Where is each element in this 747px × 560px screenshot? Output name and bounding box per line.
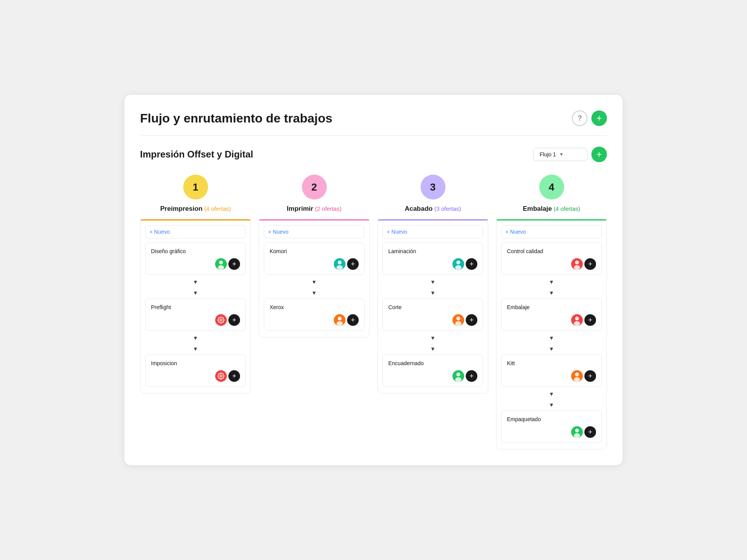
svg-point-13 bbox=[455, 265, 461, 270]
columns-container: 1Preimpresion (4 ofertas)+ NuevoDiseño g… bbox=[140, 175, 607, 450]
avatar bbox=[571, 258, 583, 270]
step-badge-4: 4 bbox=[539, 175, 564, 200]
workflow-card[interactable]: Xerox + bbox=[264, 298, 365, 331]
step-badge-1: 1 bbox=[183, 175, 208, 200]
column-title-row-1: Preimpresion (4 ofertas) bbox=[140, 205, 251, 213]
add-flow-button[interactable]: + bbox=[591, 110, 607, 126]
svg-point-22 bbox=[574, 265, 580, 270]
workflow-card[interactable]: Corte + bbox=[382, 298, 483, 331]
avatar bbox=[452, 370, 464, 382]
svg-point-1 bbox=[219, 261, 223, 264]
workflow-card[interactable]: Preflight + bbox=[145, 298, 246, 331]
column-offers-2: (2 ofertas) bbox=[315, 205, 342, 212]
card-list-3: + NuevoLaminación +▼▼Corte +▼▼Encuaderna… bbox=[377, 219, 488, 394]
gear-icon bbox=[215, 370, 227, 382]
card-avatars: + bbox=[388, 258, 477, 270]
card-avatars: + bbox=[151, 258, 240, 270]
flow-dropdown[interactable]: Flujo 1 ▼ bbox=[533, 148, 587, 161]
arrow-down-1-1: ▼ bbox=[145, 287, 246, 298]
flow-dropdown-label: Flujo 1 bbox=[540, 151, 556, 158]
card-avatars: + bbox=[507, 426, 596, 438]
svg-point-21 bbox=[575, 261, 579, 264]
arrow-down-1-1-after: ▼ bbox=[145, 332, 246, 343]
help-button[interactable]: ? bbox=[572, 110, 587, 126]
add-assignee-button[interactable]: + bbox=[347, 314, 359, 326]
avatar bbox=[334, 314, 345, 326]
card-avatars: + bbox=[270, 314, 359, 326]
column-col4: 4Embalaje (4 ofertas)+ NuevoControl cali… bbox=[496, 175, 607, 450]
workflow-card[interactable]: Empaquetado + bbox=[501, 410, 602, 443]
card-list-2: + NuevoKomori +▼▼Xerox + bbox=[259, 219, 370, 338]
workflow-card[interactable]: Kitt + bbox=[501, 354, 602, 387]
svg-point-30 bbox=[575, 429, 579, 432]
new-button-col-1[interactable]: + Nuevo bbox=[145, 225, 246, 238]
arrow-down-1-0-after: ▼ bbox=[145, 276, 246, 287]
avatar bbox=[215, 258, 227, 270]
svg-point-15 bbox=[456, 317, 460, 320]
svg-point-9 bbox=[338, 317, 342, 320]
svg-point-3 bbox=[220, 319, 222, 321]
svg-point-19 bbox=[455, 377, 461, 382]
add-assignee-button[interactable]: + bbox=[228, 370, 240, 382]
add-assignee-button[interactable]: + bbox=[584, 426, 596, 438]
card-name: Control calidad bbox=[507, 248, 596, 254]
svg-point-7 bbox=[337, 265, 343, 270]
add-assignee-button[interactable]: + bbox=[584, 370, 596, 382]
card-list-4: + NuevoControl calidad +▼▼Embalaje +▼▼Ki… bbox=[496, 219, 607, 450]
card-avatars: + bbox=[388, 314, 477, 326]
avatar bbox=[452, 258, 464, 270]
workflow-card[interactable]: Komori + bbox=[264, 242, 365, 275]
arrow-down-2-0-after: ▼ bbox=[264, 276, 365, 287]
svg-point-4 bbox=[220, 375, 222, 377]
svg-point-2 bbox=[218, 265, 224, 270]
add-assignee-button[interactable]: + bbox=[228, 258, 240, 270]
workflow-card[interactable]: Encuadernado + bbox=[382, 354, 483, 387]
arrow-down-4-1: ▼ bbox=[501, 287, 602, 298]
column-offers-3: (3 ofertas) bbox=[434, 205, 461, 212]
card-avatars: + bbox=[507, 370, 596, 382]
arrow-down-2-1: ▼ bbox=[264, 287, 365, 298]
arrow-down-3-1: ▼ bbox=[382, 287, 483, 298]
add-assignee-button[interactable]: + bbox=[466, 314, 477, 326]
svg-point-24 bbox=[575, 317, 579, 320]
arrow-down-4-0-after: ▼ bbox=[501, 276, 602, 287]
chevron-down-icon: ▼ bbox=[559, 152, 564, 157]
add-assignee-button[interactable]: + bbox=[584, 314, 596, 326]
new-button-col-4[interactable]: + Nuevo bbox=[501, 225, 602, 238]
add-assignee-button[interactable]: + bbox=[584, 258, 596, 270]
card-list-1: + NuevoDiseño gráfico +▼▼Preflight +▼▼Im… bbox=[140, 219, 251, 394]
new-button-col-2[interactable]: + Nuevo bbox=[264, 225, 365, 238]
card-name: Imposicion bbox=[151, 360, 240, 366]
card-name: Diseño gráfico bbox=[151, 248, 240, 254]
add-assignee-button[interactable]: + bbox=[466, 370, 477, 382]
card-name: Embalaje bbox=[507, 304, 596, 310]
card-name: Laminación bbox=[388, 248, 477, 254]
arrow-down-4-2: ▼ bbox=[501, 343, 602, 354]
column-bar-4 bbox=[496, 219, 607, 220]
arrow-down-3-2: ▼ bbox=[382, 343, 483, 354]
new-button-col-3[interactable]: + Nuevo bbox=[382, 225, 483, 238]
workflow-card[interactable]: Laminación + bbox=[382, 242, 483, 275]
add-assignee-button[interactable]: + bbox=[228, 314, 240, 326]
add-assignee-button[interactable]: + bbox=[347, 258, 359, 270]
section-header: Impresión Offset y Digital Flujo 1 ▼ + bbox=[140, 147, 607, 162]
workflow-card[interactable]: Imposicion + bbox=[145, 354, 246, 387]
card-name: Empaquetado bbox=[507, 416, 596, 422]
header-divider bbox=[140, 135, 607, 136]
card-name: Corte bbox=[388, 304, 477, 310]
workflow-card[interactable]: Control calidad + bbox=[501, 242, 602, 275]
column-bar-1 bbox=[140, 219, 251, 220]
workflow-card[interactable]: Diseño gráfico + bbox=[145, 242, 246, 275]
arrow-down-4-1-after: ▼ bbox=[501, 332, 602, 343]
card-name: Komori bbox=[270, 248, 359, 254]
column-title-row-2: Imprimir (2 ofertas) bbox=[259, 205, 370, 213]
add-column-button[interactable]: + bbox=[591, 147, 607, 162]
column-bar-2 bbox=[259, 219, 369, 220]
column-offers-4: (4 ofertas) bbox=[554, 205, 580, 212]
svg-point-16 bbox=[455, 321, 461, 326]
card-avatars: + bbox=[507, 314, 596, 326]
add-assignee-button[interactable]: + bbox=[466, 258, 477, 270]
workflow-card[interactable]: Embalaje + bbox=[501, 298, 602, 331]
card-name: Encuadernado bbox=[388, 360, 477, 366]
svg-point-12 bbox=[456, 261, 460, 264]
